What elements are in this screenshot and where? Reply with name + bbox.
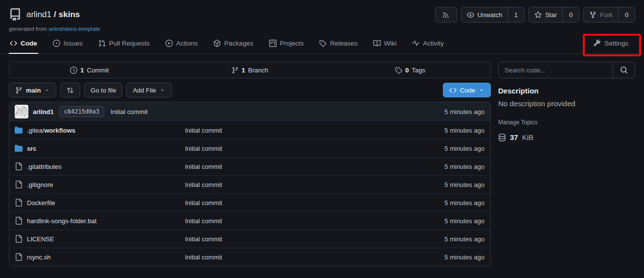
tab-releases[interactable]: Releases bbox=[318, 35, 358, 54]
tab-activity[interactable]: Activity bbox=[411, 35, 445, 54]
tab-code[interactable]: Code bbox=[9, 35, 38, 54]
file-name-link[interactable]: hardlink-songs-folder.bat bbox=[27, 217, 96, 225]
file-row: .gitattributes Initial commit 5 minutes … bbox=[9, 157, 490, 175]
commit-author-link[interactable]: arlind1 bbox=[33, 108, 54, 116]
description-text: No description provided bbox=[498, 99, 635, 108]
tags-count-link[interactable]: 0 Tags bbox=[330, 67, 490, 74]
repo-owner-link[interactable]: arlind1 bbox=[26, 10, 51, 19]
tab-code-label: Code bbox=[21, 40, 37, 47]
add-file-button[interactable]: Add File bbox=[126, 83, 172, 97]
compare-button[interactable] bbox=[60, 83, 80, 97]
commit-hash-badge[interactable]: c84215d0a3 bbox=[59, 106, 104, 117]
tag-icon bbox=[395, 67, 402, 74]
file-name-link[interactable]: .gitattributes bbox=[27, 163, 62, 170]
tab-pull-requests[interactable]: Pull Requests bbox=[97, 35, 151, 54]
code-download-button[interactable]: Code bbox=[443, 83, 491, 97]
file-name-link[interactable]: .gitignore bbox=[27, 181, 53, 188]
file-row: Dockerfile Initial commit 5 minutes ago bbox=[9, 193, 490, 211]
fork-count[interactable]: 0 bbox=[618, 7, 635, 22]
file-commit-time: 5 minutes ago bbox=[444, 163, 484, 170]
file-name-link[interactable]: LICENSE bbox=[27, 235, 54, 243]
file-name-link[interactable]: rsync.sh bbox=[27, 254, 50, 261]
file-commit-message-link[interactable]: Initial commit bbox=[185, 163, 444, 170]
file-commit-message-link[interactable]: Initial commit bbox=[185, 127, 444, 134]
tab-projects[interactable]: Projects bbox=[268, 35, 305, 54]
tab-projects-label: Projects bbox=[280, 40, 304, 47]
generated-from-line: generated from arlind/skins-template bbox=[9, 26, 635, 32]
manage-topics-link[interactable]: Manage Topics bbox=[498, 119, 538, 126]
tab-issues-label: Issues bbox=[64, 40, 83, 47]
file-name-link[interactable]: .gitea/workflows bbox=[27, 127, 75, 134]
eye-icon bbox=[467, 11, 474, 19]
star-button[interactable]: Star 0 bbox=[529, 7, 579, 23]
code-icon bbox=[449, 87, 457, 94]
file-icon bbox=[15, 199, 23, 207]
avatar[interactable] bbox=[15, 105, 28, 118]
latest-commit-row: arlind1 c84215d0a3 Initial commit 5 minu… bbox=[9, 102, 490, 121]
branches-count-link[interactable]: 1 Branch bbox=[170, 67, 330, 74]
branch-icon bbox=[231, 67, 239, 74]
pulse-icon bbox=[412, 40, 419, 47]
tab-actions[interactable]: Actions bbox=[164, 35, 199, 54]
commits-count-link[interactable]: 1 Commit bbox=[9, 67, 170, 74]
repo-size-unit: KiB bbox=[522, 133, 533, 141]
fork-button[interactable]: Fork 0 bbox=[583, 7, 635, 23]
file-commit-message-link[interactable]: Initial commit bbox=[185, 254, 444, 261]
pull-request-icon bbox=[98, 40, 106, 47]
package-icon bbox=[213, 40, 221, 47]
branch-selector[interactable]: main bbox=[9, 83, 56, 97]
commits-count: 1 bbox=[80, 67, 84, 74]
branches-label: Branch bbox=[248, 67, 268, 74]
tab-activity-label: Activity bbox=[423, 40, 444, 47]
file-commit-time: 5 minutes ago bbox=[444, 254, 484, 261]
repo-action-buttons: Unwatch 1 Star 0 Fork 0 bbox=[435, 7, 635, 23]
tags-label: Tags bbox=[412, 67, 425, 74]
branches-count: 1 bbox=[242, 67, 245, 74]
chevron-down-icon bbox=[160, 87, 165, 93]
file-commit-message-link[interactable]: Initial commit bbox=[185, 145, 444, 152]
file-commit-time: 5 minutes ago bbox=[444, 145, 484, 152]
repo-toolbar: main Go to file Add File Code bbox=[9, 83, 491, 97]
tab-settings[interactable]: Settings bbox=[593, 35, 629, 54]
file-commit-time: 5 minutes ago bbox=[444, 127, 484, 134]
chevron-down-icon bbox=[44, 87, 50, 93]
search-button[interactable] bbox=[613, 62, 635, 78]
file-row: rsync.sh Initial commit 5 minutes ago bbox=[9, 248, 490, 266]
watch-button[interactable]: Unwatch 1 bbox=[461, 7, 525, 23]
tags-count: 0 bbox=[405, 67, 409, 74]
go-to-file-label: Go to file bbox=[91, 87, 116, 94]
file-row: hardlink-songs-folder.bat Initial commit… bbox=[9, 211, 490, 230]
go-to-file-button[interactable]: Go to file bbox=[84, 83, 122, 97]
file-row: LICENSE Initial commit 5 minutes ago bbox=[9, 230, 490, 248]
file-icon bbox=[15, 217, 23, 225]
tab-packages[interactable]: Packages bbox=[212, 35, 254, 54]
star-count[interactable]: 0 bbox=[562, 7, 579, 22]
template-repo-link[interactable]: arlind/skins-template bbox=[48, 26, 100, 32]
watch-count[interactable]: 1 bbox=[507, 7, 524, 22]
repo-name-link[interactable]: skins bbox=[59, 10, 80, 19]
code-search-box bbox=[498, 62, 635, 78]
tab-wiki-label: Wiki bbox=[384, 40, 397, 47]
description-heading: Description bbox=[498, 87, 635, 95]
database-icon bbox=[498, 134, 506, 141]
branch-icon bbox=[15, 87, 23, 94]
file-name-link[interactable]: Dockerfile bbox=[27, 199, 55, 207]
file-table: arlind1 c84215d0a3 Initial commit 5 minu… bbox=[9, 102, 491, 266]
code-search-input[interactable] bbox=[499, 62, 613, 78]
tab-wiki[interactable]: Wiki bbox=[372, 35, 398, 54]
rss-button[interactable] bbox=[435, 7, 457, 23]
repo-nav-tabs: CodeIssuesPull RequestsActionsPackagesPr… bbox=[0, 35, 644, 54]
file-commit-message-link[interactable]: Initial commit bbox=[185, 217, 444, 225]
code-button-label: Code bbox=[460, 87, 475, 94]
repo-size: 37 KiB bbox=[498, 133, 635, 141]
tab-issues[interactable]: Issues bbox=[52, 35, 84, 54]
commit-message-link[interactable]: Initial commit bbox=[111, 108, 148, 116]
file-commit-time: 5 minutes ago bbox=[444, 235, 484, 243]
commit-time: 5 minutes ago bbox=[444, 108, 484, 116]
file-row: .gitignore Initial commit 5 minutes ago bbox=[9, 175, 490, 193]
file-commit-message-link[interactable]: Initial commit bbox=[185, 235, 444, 243]
tab-actions-label: Actions bbox=[176, 40, 198, 47]
file-commit-message-link[interactable]: Initial commit bbox=[185, 199, 444, 207]
file-commit-message-link[interactable]: Initial commit bbox=[185, 181, 444, 188]
file-name-link[interactable]: src bbox=[27, 145, 37, 152]
